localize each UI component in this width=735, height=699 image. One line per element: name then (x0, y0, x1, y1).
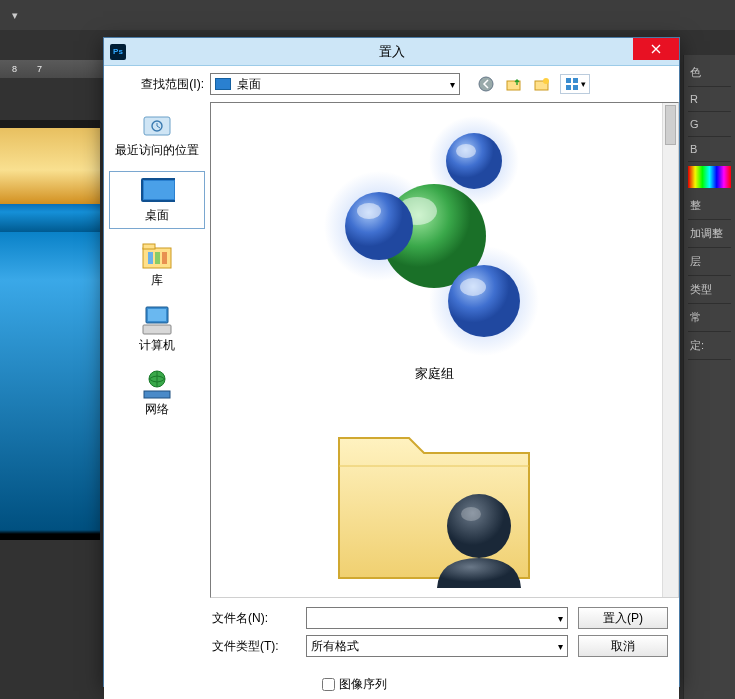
svg-rect-15 (155, 252, 160, 264)
filename-combo[interactable]: ▾ (306, 607, 568, 629)
lookin-combo[interactable]: 桌面 ▾ (210, 73, 460, 95)
library-icon (140, 241, 174, 271)
svg-rect-19 (143, 325, 171, 334)
chevron-down-icon: ▾ (450, 79, 455, 90)
dialog-title: 置入 (104, 43, 679, 61)
svg-point-0 (479, 77, 493, 91)
recent-places-icon (140, 111, 174, 141)
homegroup-icon (309, 111, 559, 361)
file-item-label: 家庭组 (415, 365, 454, 383)
dialog-titlebar[interactable]: Ps 置入 (104, 38, 679, 66)
image-sequence-checkbox[interactable] (322, 678, 335, 691)
desktop-icon (215, 78, 231, 90)
place-dialog: Ps 置入 查找范围(I): 桌面 ▾ (103, 37, 680, 687)
file-list-pane[interactable]: 家庭组 (210, 102, 679, 598)
filename-label: 文件名(N): (212, 610, 296, 627)
close-icon (651, 44, 661, 54)
ps-menubar: ▾ (0, 0, 735, 30)
user-folder-icon (319, 403, 549, 597)
svg-rect-6 (566, 85, 571, 90)
new-folder-button[interactable] (532, 74, 552, 94)
svg-point-29 (446, 133, 502, 189)
filter-combo[interactable]: 所有格式 ▾ (306, 635, 568, 657)
svg-point-31 (448, 265, 520, 337)
svg-rect-5 (573, 78, 578, 83)
svg-rect-18 (148, 309, 166, 321)
file-item-homegroup[interactable]: 家庭组 (219, 111, 649, 383)
svg-point-27 (345, 192, 413, 260)
svg-rect-1 (507, 81, 520, 90)
back-icon (478, 76, 494, 92)
svg-point-32 (460, 278, 486, 296)
ps-canvas-document (0, 120, 100, 540)
scrollbar-thumb[interactable] (665, 105, 676, 145)
hue-strip (688, 166, 731, 188)
svg-rect-14 (148, 252, 153, 264)
network-icon (140, 369, 174, 401)
cancel-button[interactable]: 取消 (578, 635, 668, 657)
view-menu-button[interactable]: ▾ (560, 74, 590, 94)
svg-point-28 (357, 203, 381, 219)
view-menu-icon (565, 77, 579, 91)
svg-rect-16 (162, 252, 167, 264)
image-sequence-label: 图像序列 (339, 676, 387, 693)
chevron-down-icon: ▾ (581, 79, 586, 89)
svg-rect-11 (144, 181, 174, 199)
chevron-down-icon: ▾ (558, 613, 563, 624)
ps-right-panels: 色 R G B 整 加调整 层 类型 常 定: (683, 55, 735, 699)
desktop-icon (139, 176, 175, 206)
svg-rect-21 (144, 391, 170, 398)
places-library[interactable]: 库 (109, 237, 205, 293)
dialog-bottom: 文件名(N): ▾ 置入(P) 文件类型(T): 所有格式 ▾ 取消 图像序列 (104, 598, 679, 699)
filename-input[interactable] (311, 611, 558, 625)
lookin-label: 查找范围(I): (112, 76, 204, 93)
ps-ruler: 87 (0, 60, 110, 78)
filter-value: 所有格式 (311, 638, 558, 655)
svg-rect-4 (566, 78, 571, 83)
file-pane-scrollbar[interactable] (662, 103, 678, 597)
svg-point-34 (461, 507, 481, 521)
lookin-value: 桌面 (237, 76, 450, 93)
computer-icon (140, 305, 174, 337)
svg-rect-7 (573, 85, 578, 90)
place-button[interactable]: 置入(P) (578, 607, 668, 629)
svg-point-3 (543, 78, 549, 84)
places-network[interactable]: 网络 (109, 366, 205, 422)
svg-rect-13 (143, 244, 155, 249)
dialog-toolbar: 查找范围(I): 桌面 ▾ (104, 66, 679, 102)
svg-point-30 (456, 144, 476, 158)
back-button[interactable] (476, 74, 496, 94)
folder-up-icon (506, 76, 522, 92)
places-recent[interactable]: 最近访问的位置 (109, 107, 205, 163)
new-folder-icon (534, 76, 550, 92)
places-computer[interactable]: 计算机 (109, 302, 205, 358)
ps-app-icon: Ps (110, 44, 126, 60)
chevron-down-icon: ▾ (558, 641, 563, 652)
filter-label: 文件类型(T): (212, 638, 296, 655)
file-item-userfolder[interactable] (219, 383, 649, 597)
close-button[interactable] (633, 38, 679, 60)
svg-point-33 (447, 494, 511, 558)
places-desktop[interactable]: 桌面 (109, 171, 205, 229)
up-one-level-button[interactable] (504, 74, 524, 94)
places-bar: 最近访问的位置 桌面 (104, 102, 210, 598)
